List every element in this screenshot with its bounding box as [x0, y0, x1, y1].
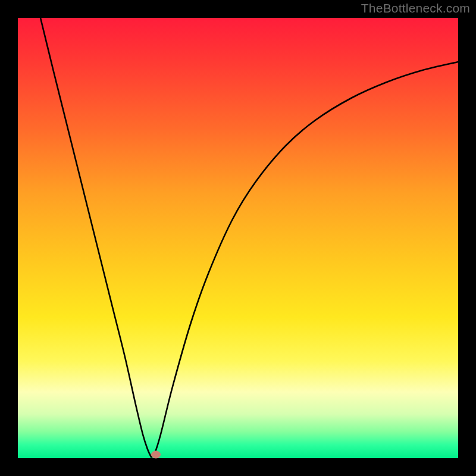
bottleneck-curve: [18, 18, 458, 458]
curve-path: [40, 18, 458, 457]
plot-area: [18, 18, 458, 458]
chart-frame: TheBottleneck.com: [0, 0, 476, 476]
highlight-dot: [151, 451, 161, 459]
watermark-text: TheBottleneck.com: [361, 1, 470, 15]
